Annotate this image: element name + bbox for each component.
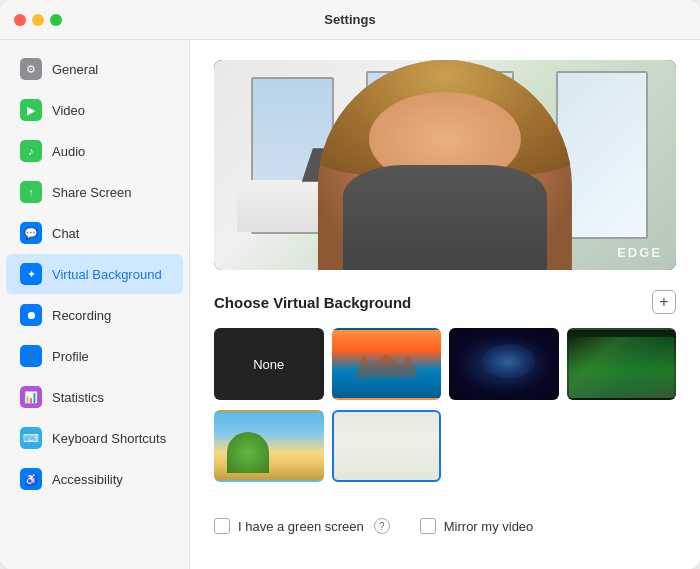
close-button[interactable] (14, 14, 26, 26)
main-content: EDGE Choose Virtual Background + None I … (190, 40, 700, 569)
virtual-background-icon: ✦ (20, 263, 42, 285)
traffic-lights (14, 14, 62, 26)
person-body (343, 165, 546, 270)
window-title: Settings (324, 12, 375, 27)
recording-icon: ⏺ (20, 304, 42, 326)
mirror-video-option[interactable]: Mirror my video (420, 518, 534, 534)
sidebar-item-label-accessibility: Accessibility (52, 472, 123, 487)
content-area: ⚙General▶Video♪Audio↑Share Screen💬Chat✦V… (0, 40, 700, 569)
bg-thumb-space[interactable] (449, 328, 559, 400)
bg-thumb-golden-gate[interactable] (332, 328, 442, 400)
profile-icon: 👤 (20, 345, 42, 367)
edge-watermark: EDGE (617, 245, 662, 260)
sidebar: ⚙General▶Video♪Audio↑Share Screen💬Chat✦V… (0, 40, 190, 569)
maximize-button[interactable] (50, 14, 62, 26)
green-screen-label: I have a green screen (238, 519, 364, 534)
section-header: Choose Virtual Background + (214, 290, 676, 314)
mirror-video-label: Mirror my video (444, 519, 534, 534)
share-screen-icon: ↑ (20, 181, 42, 203)
sidebar-item-label-general: General (52, 62, 98, 77)
section-title: Choose Virtual Background (214, 294, 411, 311)
sidebar-item-label-audio: Audio (52, 144, 85, 159)
bg-empty-slot (567, 410, 677, 482)
bg-empty-slot (449, 410, 559, 482)
bg-thumb-none[interactable]: None (214, 328, 324, 400)
sidebar-item-statistics[interactable]: 📊Statistics (6, 377, 183, 417)
sidebar-item-virtual-background[interactable]: ✦Virtual Background (6, 254, 183, 294)
bg-thumb-room[interactable] (332, 410, 442, 482)
sidebar-item-general[interactable]: ⚙General (6, 49, 183, 89)
sidebar-item-label-video: Video (52, 103, 85, 118)
statistics-icon: 📊 (20, 386, 42, 408)
sidebar-item-video[interactable]: ▶Video (6, 90, 183, 130)
sidebar-item-label-statistics: Statistics (52, 390, 104, 405)
green-screen-option[interactable]: I have a green screen ? (214, 518, 390, 534)
video-icon: ▶ (20, 99, 42, 121)
sidebar-item-recording[interactable]: ⏺Recording (6, 295, 183, 335)
video-preview: EDGE (214, 60, 676, 270)
add-background-button[interactable]: + (652, 290, 676, 314)
sidebar-item-label-share-screen: Share Screen (52, 185, 132, 200)
sidebar-item-label-recording: Recording (52, 308, 111, 323)
settings-window: Settings ⚙General▶Video♪Audio↑Share Scre… (0, 0, 700, 569)
title-bar: Settings (0, 0, 700, 40)
footer-options: I have a green screen ? Mirror my video (214, 506, 676, 534)
sidebar-item-accessibility[interactable]: ♿Accessibility (6, 459, 183, 499)
sidebar-item-share-screen[interactable]: ↑Share Screen (6, 172, 183, 212)
bg-thumb-beach[interactable] (214, 410, 324, 482)
sidebar-item-label-chat: Chat (52, 226, 79, 241)
sidebar-item-profile[interactable]: 👤Profile (6, 336, 183, 376)
green-screen-help-icon[interactable]: ? (374, 518, 390, 534)
sidebar-item-label-profile: Profile (52, 349, 89, 364)
sidebar-item-audio[interactable]: ♪Audio (6, 131, 183, 171)
sidebar-item-label-virtual-background: Virtual Background (52, 267, 162, 282)
person-preview (318, 60, 572, 270)
sidebar-item-keyboard-shortcuts[interactable]: ⌨Keyboard Shortcuts (6, 418, 183, 458)
general-icon: ⚙ (20, 58, 42, 80)
bg-thumb-aurora[interactable] (567, 328, 677, 400)
keyboard-shortcuts-icon: ⌨ (20, 427, 42, 449)
chat-icon: 💬 (20, 222, 42, 244)
backgrounds-grid-row1: None (214, 328, 676, 400)
green-screen-checkbox[interactable] (214, 518, 230, 534)
accessibility-icon: ♿ (20, 468, 42, 490)
backgrounds-grid-row2 (214, 410, 676, 482)
minimize-button[interactable] (32, 14, 44, 26)
sidebar-item-label-keyboard-shortcuts: Keyboard Shortcuts (52, 431, 166, 446)
mirror-video-checkbox[interactable] (420, 518, 436, 534)
audio-icon: ♪ (20, 140, 42, 162)
sidebar-item-chat[interactable]: 💬Chat (6, 213, 183, 253)
